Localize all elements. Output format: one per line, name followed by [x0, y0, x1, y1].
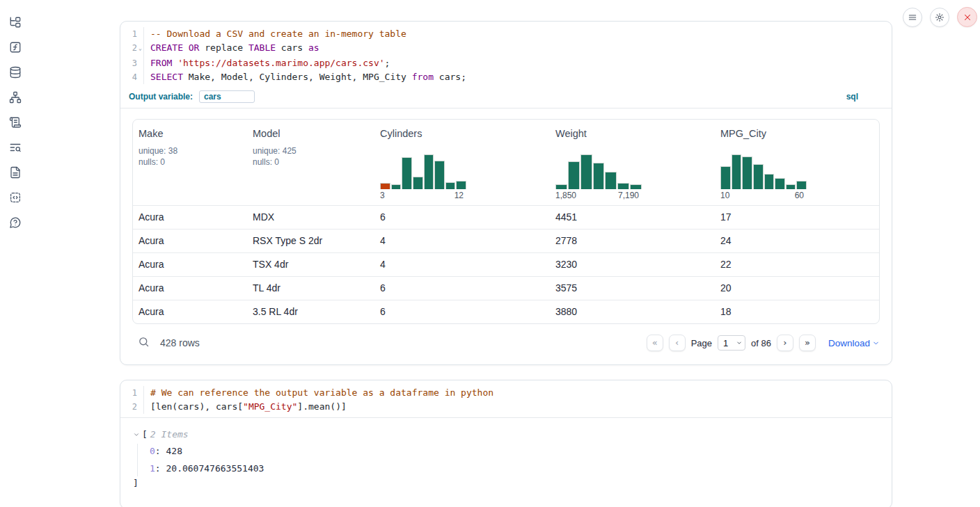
- line-number: 2: [120, 41, 137, 56]
- document-icon[interactable]: [7, 164, 24, 181]
- table-row: Acura TL 4dr 6 3575 20: [133, 276, 879, 300]
- code-text[interactable]: SELECT Make, Model, Cylinders, Weight, M…: [150, 70, 466, 84]
- column-header-model[interactable]: Model unique: 425 nulls: 0: [247, 120, 374, 205]
- column-label[interactable]: Cylinders: [380, 128, 422, 139]
- code-line[interactable]: 1-- Download a CSV and create an in-memo…: [120, 27, 892, 41]
- histogram-bar[interactable]: [617, 183, 629, 189]
- column-label[interactable]: Model: [253, 128, 280, 139]
- snippets-icon[interactable]: [7, 189, 24, 206]
- column-header-mpg-city[interactable]: MPG_City 10 60: [715, 120, 879, 205]
- code-line[interactable]: 3FROM 'https://datasets.marimo.app/cars.…: [120, 56, 892, 70]
- histogram-bar[interactable]: [380, 183, 390, 190]
- code-line[interactable]: 2[len(cars), cars["MPG_City"].mean()]: [120, 400, 892, 414]
- collapse-chevron-icon[interactable]: [133, 431, 141, 438]
- first-page-button[interactable]: «: [647, 335, 663, 351]
- cell-cylinders: 6: [374, 206, 550, 229]
- line-number: 1: [120, 386, 137, 400]
- histogram-bar[interactable]: [742, 156, 752, 190]
- search-icon[interactable]: [136, 336, 150, 350]
- histogram-bar[interactable]: [630, 184, 642, 189]
- histogram-bar[interactable]: [732, 154, 742, 189]
- database-icon[interactable]: [7, 64, 24, 81]
- column-header-cylinders[interactable]: Cylinders 3 12: [374, 120, 550, 205]
- tree-item: 1: 20.060747663551403: [150, 461, 879, 476]
- table-row: Acura TSX 4dr 4 3230 22: [133, 252, 879, 276]
- histogram-bar[interactable]: [580, 154, 592, 189]
- table-footer: 428 rows « ‹ Page 1 of 86 › » Dow: [132, 331, 880, 355]
- histogram-bar[interactable]: [555, 184, 567, 189]
- histogram-axis-labels: 3 12: [380, 191, 466, 200]
- notebook-cells: 1-- Download a CSV and create an in-memo…: [120, 21, 892, 507]
- output-variable-input[interactable]: [199, 90, 255, 103]
- weight-histogram[interactable]: 1,850 7,190: [555, 154, 642, 200]
- fold-chevron-icon[interactable]: ⌄: [137, 41, 144, 56]
- histogram-bar[interactable]: [796, 181, 807, 190]
- cell-mpg-city: 17: [715, 206, 879, 229]
- histogram-bar[interactable]: [775, 178, 785, 189]
- close-bracket: ]: [133, 476, 879, 490]
- cylinders-histogram[interactable]: 3 12: [380, 154, 466, 200]
- page-select-wrap: 1: [718, 335, 745, 351]
- cell-make: Acura: [133, 206, 247, 229]
- table-row: Acura MDX 6 4451 17: [133, 205, 879, 229]
- last-page-button[interactable]: »: [799, 335, 816, 351]
- histogram-bar[interactable]: [445, 182, 456, 189]
- code-line[interactable]: 1# We can reference the output variable …: [120, 386, 892, 400]
- histogram-bar[interactable]: [753, 164, 764, 189]
- function-square-icon[interactable]: [7, 39, 24, 56]
- mpg-city-histogram[interactable]: 10 60: [720, 154, 807, 200]
- scroll-icon[interactable]: [7, 114, 24, 131]
- histogram-bar[interactable]: [605, 172, 617, 190]
- stat-nulls: nulls: 0: [253, 156, 297, 168]
- code-text[interactable]: FROM 'https://datasets.marimo.app/cars.c…: [150, 56, 390, 70]
- python-code-editor[interactable]: 1# We can reference the output variable …: [120, 380, 892, 417]
- next-page-button[interactable]: ›: [777, 335, 793, 351]
- log-search-icon[interactable]: [7, 139, 24, 156]
- line-number: 4: [120, 70, 137, 84]
- page-select[interactable]: 1: [718, 335, 745, 351]
- code-line[interactable]: 2⌄CREATE OR replace TABLE cars as: [120, 41, 892, 56]
- histogram-bar[interactable]: [593, 163, 605, 189]
- dependency-graph-icon[interactable]: [7, 89, 24, 106]
- items-count: 2 Items: [150, 428, 189, 442]
- prev-page-button[interactable]: ‹: [669, 335, 686, 351]
- download-button[interactable]: Download: [828, 338, 880, 348]
- cell-mpg-city: 22: [715, 253, 879, 276]
- histogram-bar[interactable]: [786, 184, 796, 190]
- settings-gear-icon[interactable]: [930, 8, 949, 27]
- histogram-bar[interactable]: [456, 181, 466, 190]
- python-cell-output: [ 2 Items 0: 428 1: 20.060747663551403 ]: [120, 418, 892, 507]
- histogram-bar[interactable]: [402, 157, 412, 190]
- histogram-bar[interactable]: [568, 161, 580, 189]
- histogram-bar[interactable]: [720, 166, 731, 189]
- histogram-axis-labels: 10 60: [720, 191, 807, 200]
- code-line[interactable]: 4SELECT Make, Model, Cylinders, Weight, …: [120, 70, 892, 84]
- code-text[interactable]: -- Download a CSV and create an in-memor…: [150, 27, 406, 41]
- fold-spacer: [137, 70, 144, 84]
- axis-min-label: 1,850: [555, 191, 576, 200]
- column-label[interactable]: MPG_City: [720, 128, 766, 139]
- chevron-down-icon: [872, 339, 880, 347]
- line-number: 3: [120, 56, 137, 70]
- column-header-weight[interactable]: Weight 1,850 7,190: [550, 120, 715, 205]
- histogram-bar[interactable]: [424, 154, 434, 189]
- shutdown-close-icon[interactable]: [957, 7, 977, 27]
- menu-icon[interactable]: [903, 8, 922, 27]
- code-text[interactable]: CREATE OR replace TABLE cars as: [150, 41, 319, 56]
- column-stats: unique: 425 nulls: 0: [253, 145, 297, 168]
- code-text[interactable]: [len(cars), cars["MPG_City"].mean()]: [150, 400, 347, 414]
- file-tree-icon[interactable]: [7, 14, 24, 31]
- open-bracket: [: [142, 428, 148, 442]
- histogram-bar[interactable]: [391, 184, 402, 189]
- sql-code-editor[interactable]: 1-- Download a CSV and create an in-memo…: [120, 22, 892, 88]
- column-label[interactable]: Weight: [555, 128, 587, 139]
- tree-items: 0: 428 1: 20.060747663551403: [137, 444, 879, 476]
- histogram-bar[interactable]: [434, 161, 445, 190]
- column-header-make[interactable]: Make unique: 38 nulls: 0: [133, 120, 247, 205]
- code-text[interactable]: # We can reference the output variable a…: [150, 386, 493, 400]
- sql-cell: 1-- Download a CSV and create an in-memo…: [120, 21, 892, 365]
- histogram-bar[interactable]: [764, 174, 775, 190]
- histogram-bar[interactable]: [413, 177, 423, 190]
- column-label[interactable]: Make: [139, 128, 163, 139]
- help-icon[interactable]: [7, 214, 24, 231]
